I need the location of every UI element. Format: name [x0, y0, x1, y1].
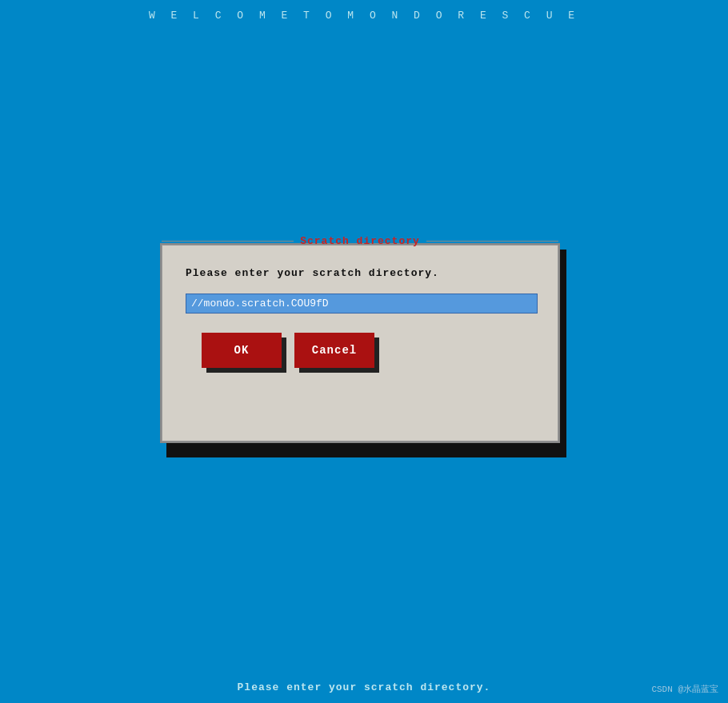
cancel-button-wrapper: Cancel — [294, 333, 374, 368]
dialog-title-bar: Scratch directory — [162, 235, 558, 247]
dialog-buttons: OK Cancel — [202, 333, 534, 368]
dialog-title-text: Scratch directory — [294, 235, 426, 247]
scratch-directory-input[interactable] — [186, 294, 538, 314]
title-line-right — [426, 241, 558, 242]
footer-status: Please enter your scratch directory. — [0, 681, 728, 693]
dialog-prompt: Please enter your scratch directory. — [186, 267, 534, 279]
ok-button[interactable]: OK — [202, 333, 282, 368]
dialog-input-wrapper — [186, 294, 534, 314]
cancel-button[interactable]: Cancel — [294, 333, 374, 368]
header-title: W E L C O M E T O M O N D O R E S C U E — [0, 10, 728, 22]
title-line-left — [162, 241, 294, 242]
ok-button-wrapper: OK — [202, 333, 282, 368]
watermark: CSDN @水晶蓝宝 — [651, 683, 718, 695]
dialog: Scratch directory Please enter your scra… — [160, 243, 560, 443]
